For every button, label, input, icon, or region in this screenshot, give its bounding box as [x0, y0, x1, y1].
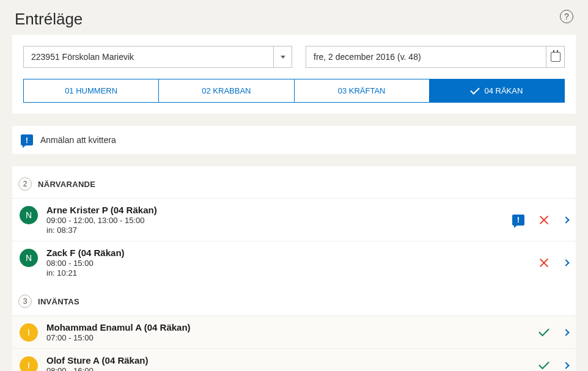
- remove-button[interactable]: [539, 258, 549, 268]
- avatar: I: [20, 356, 38, 371]
- detail-button[interactable]: [564, 218, 568, 222]
- tab-01-hummern[interactable]: 01 HUMMERN: [23, 79, 159, 102]
- person-name: Olof Sture A (04 Räkan): [46, 355, 531, 365]
- person-name: Arne Krister P (04 Räkan): [46, 205, 504, 215]
- person-info: Zack F (04 Räkan) 08:00 - 15:00 in: 10:2…: [46, 248, 531, 277]
- notice-text: Anmälan att kvittera: [40, 135, 116, 145]
- list-item: N Arne Krister P (04 Räkan) 09:00 - 12:0…: [12, 198, 576, 241]
- detail-button[interactable]: [564, 363, 568, 368]
- section-title: NÄRVARANDE: [38, 180, 95, 189]
- chevron-right-icon: [562, 362, 569, 369]
- date-picker[interactable]: fre, 2 december 2016 (v. 48): [306, 46, 565, 68]
- person-info: Arne Krister P (04 Räkan) 09:00 - 12:00,…: [46, 205, 504, 235]
- count-badge: 3: [18, 295, 32, 308]
- date-picker-toggle[interactable]: [546, 46, 564, 67]
- section-title: INVÄNTAS: [38, 297, 79, 306]
- detail-button[interactable]: [564, 260, 568, 265]
- section-header-waiting: 3 INVÄNTAS: [12, 284, 576, 315]
- alert-button[interactable]: !: [512, 215, 524, 226]
- list-item: I Olof Sture A (04 Räkan) 08:00 - 16:00: [12, 348, 576, 371]
- alert-icon: !: [512, 215, 524, 226]
- check-icon: [471, 85, 480, 95]
- list-item: I Mohammad Enamul A (04 Räkan) 07:00 - 1…: [12, 315, 576, 348]
- alert-icon: !: [21, 134, 33, 145]
- caret-down-icon: [281, 56, 285, 59]
- remove-button[interactable]: [539, 215, 549, 225]
- chevron-right-icon: [562, 329, 569, 336]
- avatar: N: [20, 206, 38, 224]
- tabs: 01 HUMMERN 02 KRABBAN 03 KRÄFTAN 04 RÄKA…: [23, 79, 565, 103]
- detail-button[interactable]: [564, 330, 568, 335]
- person-info: Olof Sture A (04 Räkan) 08:00 - 16:00: [46, 355, 531, 371]
- person-time: 07:00 - 15:00: [46, 333, 531, 342]
- tab-03-kraftan[interactable]: 03 KRÄFTAN: [295, 79, 430, 102]
- tab-02-krabban[interactable]: 02 KRABBAN: [159, 79, 294, 102]
- school-select-value: 223951 Förskolan Marievik: [24, 46, 273, 67]
- calendar-icon: [551, 52, 560, 62]
- x-icon: [539, 258, 549, 268]
- avatar: N: [20, 249, 38, 267]
- x-icon: [539, 215, 549, 225]
- tab-04-rakan[interactable]: 04 RÄKAN: [430, 79, 565, 102]
- person-name: Zack F (04 Räkan): [46, 248, 531, 258]
- date-picker-value: fre, 2 december 2016 (v. 48): [306, 46, 546, 67]
- chevron-right-icon: [562, 259, 569, 266]
- school-select-toggle[interactable]: [273, 46, 292, 67]
- person-time: 08:00 - 16:00: [46, 366, 531, 371]
- confirm-button[interactable]: [539, 364, 549, 367]
- school-select[interactable]: 223951 Förskolan Marievik: [23, 46, 292, 68]
- tab-label: 04 RÄKAN: [484, 86, 523, 95]
- attendance-list: 2 NÄRVARANDE N Arne Krister P (04 Räkan)…: [12, 166, 576, 371]
- check-icon: [538, 359, 549, 370]
- notice-bar[interactable]: ! Anmälan att kvittera: [12, 126, 576, 154]
- person-checkin: in: 08:37: [46, 226, 504, 235]
- person-info: Mohammad Enamul A (04 Räkan) 07:00 - 15:…: [46, 322, 531, 342]
- list-item: N Zack F (04 Räkan) 08:00 - 15:00 in: 10…: [12, 241, 576, 284]
- check-icon: [538, 326, 549, 337]
- page-title: Entréläge: [15, 10, 83, 29]
- count-badge: 2: [18, 177, 32, 191]
- person-time: 09:00 - 12:00, 13:00 - 15:00: [46, 216, 504, 225]
- person-name: Mohammad Enamul A (04 Räkan): [46, 322, 531, 332]
- person-checkin: in: 10:21: [46, 268, 531, 277]
- chevron-right-icon: [562, 216, 569, 223]
- filter-panel: 223951 Förskolan Marievik fre, 2 decembe…: [12, 35, 576, 114]
- help-button[interactable]: ?: [560, 10, 573, 23]
- confirm-button[interactable]: [539, 331, 549, 334]
- person-time: 08:00 - 15:00: [46, 259, 531, 268]
- section-header-present: 2 NÄRVARANDE: [12, 166, 576, 198]
- avatar: I: [20, 323, 38, 342]
